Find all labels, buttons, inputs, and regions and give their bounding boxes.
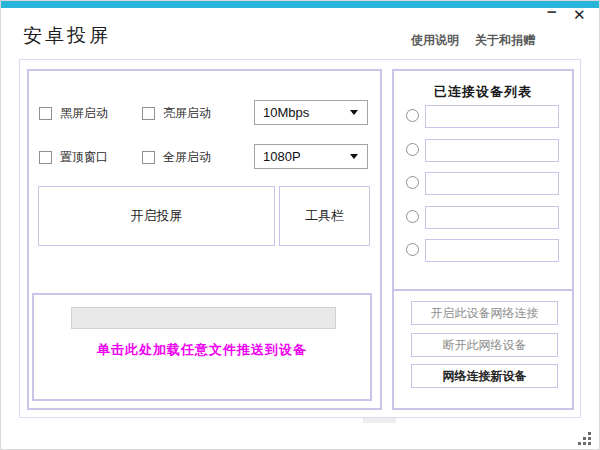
- checkbox-bright-screen-start[interactable]: 亮屏启动: [142, 105, 211, 122]
- titlebar-accent: [1, 1, 600, 8]
- checkbox-black-screen-start[interactable]: 黑屏启动: [39, 105, 108, 122]
- toolbar-button[interactable]: 工具栏: [279, 186, 370, 246]
- device-radio-icon[interactable]: [406, 109, 419, 122]
- file-push-dropzone[interactable]: 单击此处加载任意文件推送到设备: [32, 293, 372, 401]
- connect-new-device-button[interactable]: 网络连接新设备: [411, 364, 558, 388]
- device-row: [394, 139, 572, 163]
- device-list-title: 已连接设备列表: [394, 83, 572, 101]
- device-radio-icon[interactable]: [406, 176, 419, 189]
- device-name-field[interactable]: [425, 105, 559, 128]
- device-name-field[interactable]: [425, 139, 559, 162]
- device-radio-icon[interactable]: [406, 210, 419, 223]
- panel-divider: [394, 289, 572, 291]
- bitrate-select-value: 10Mbps: [263, 105, 309, 120]
- disconnect-network-device-button[interactable]: 断开此网络设备: [411, 333, 558, 357]
- checkbox-always-on-top[interactable]: 置顶窗口: [39, 149, 108, 166]
- resize-grip[interactable]: [578, 432, 592, 446]
- device-row: [394, 172, 572, 196]
- device-name-field[interactable]: [425, 206, 559, 229]
- bitrate-select[interactable]: 10Mbps: [254, 100, 368, 125]
- file-push-hint: 单击此处加载任意文件推送到设备: [34, 341, 370, 359]
- enable-device-network-button[interactable]: 开启此设备网络连接: [411, 301, 558, 325]
- checkbox-label: 黑屏启动: [60, 105, 108, 122]
- checkbox-box-icon[interactable]: [39, 151, 52, 164]
- divider-notch: [363, 418, 396, 423]
- checkbox-label: 置顶窗口: [60, 149, 108, 166]
- close-button[interactable]: ✕: [573, 6, 586, 24]
- checkbox-box-icon[interactable]: [142, 107, 155, 120]
- checkbox-label: 亮屏启动: [163, 105, 211, 122]
- menu-link-usage[interactable]: 使用说明: [411, 32, 459, 49]
- app-window: 安卓投屏 使用说明 关于和捐赠 – ✕ 黑屏启动 亮屏启动 置顶窗口 全屏启动 …: [0, 0, 600, 450]
- resolution-select[interactable]: 1080P: [254, 144, 368, 169]
- chevron-down-icon: [350, 110, 358, 115]
- resolution-select-value: 1080P: [263, 149, 301, 164]
- device-radio-icon[interactable]: [406, 243, 419, 256]
- minimize-button[interactable]: –: [547, 2, 556, 22]
- device-row: [394, 206, 572, 230]
- device-panel: 已连接设备列表 开启此设备网络连接 断开此网络设备 网络连接新设备: [392, 69, 574, 410]
- device-name-field[interactable]: [425, 172, 559, 195]
- mirroring-panel: 黑屏启动 亮屏启动 置顶窗口 全屏启动 10Mbps 1080P 开启投屏 工具…: [27, 69, 382, 410]
- device-row: [394, 105, 572, 129]
- checkbox-fullscreen-start[interactable]: 全屏启动: [142, 149, 211, 166]
- device-row: [394, 239, 572, 263]
- checkbox-label: 全屏启动: [163, 149, 211, 166]
- page-title: 安卓投屏: [23, 23, 111, 49]
- chevron-down-icon: [350, 154, 358, 159]
- checkbox-box-icon[interactable]: [39, 107, 52, 120]
- device-name-field[interactable]: [425, 239, 559, 262]
- file-push-progress-bar: [71, 307, 336, 329]
- checkbox-box-icon[interactable]: [142, 151, 155, 164]
- start-mirroring-button[interactable]: 开启投屏: [38, 186, 275, 246]
- device-radio-icon[interactable]: [406, 143, 419, 156]
- menu-link-about[interactable]: 关于和捐赠: [475, 32, 535, 49]
